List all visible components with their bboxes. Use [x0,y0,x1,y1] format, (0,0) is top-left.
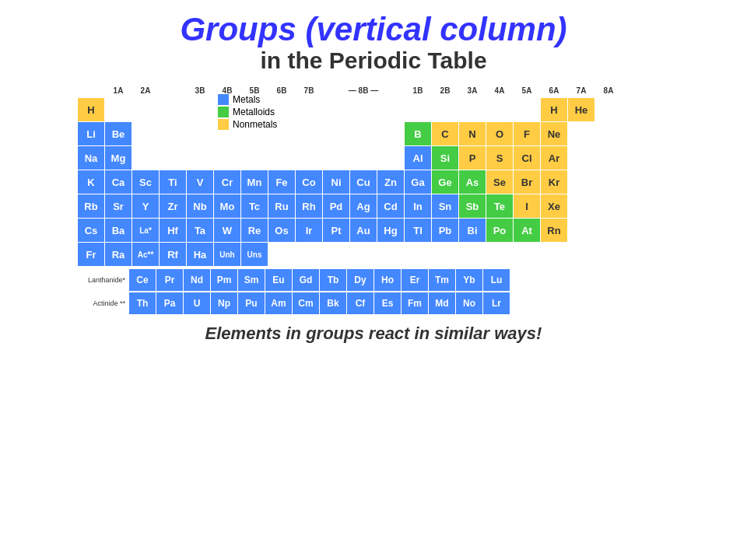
element-cell [132,122,159,145]
element-cell: S [486,146,513,170]
element-cell: Pt [323,219,349,242]
pt-row: FrRaAc**RfHaUnhUns [78,243,669,266]
actinide-element: Np [211,292,237,314]
group-label: 3B [187,84,213,96]
actinide-element: Bk [320,292,346,314]
element-cell [377,146,404,170]
pt-row: RbSrYZrNbMoTcRuRhPdAgCdInSnSbTeIXe [78,194,669,218]
element-cell: Zr [160,194,186,218]
element-cell: Ne [541,122,567,145]
lanthanide-element: Yb [456,269,482,291]
element-cell [268,243,295,266]
element-cell [268,146,295,170]
element-cell [377,122,404,145]
group-label: 4A [486,84,513,96]
pt-row: LiBeBCNOFNe [78,122,669,145]
actinide-element: Pu [238,292,265,314]
lanthanide-element: Pm [211,269,237,291]
element-cell: Y [132,194,159,218]
lanthanide-element: Nd [184,269,210,291]
element-cell [160,146,186,170]
element-cell: Unh [214,243,240,266]
element-cell [350,243,377,266]
pt-row: KCaScTiVCrMnFeCoNiCuZnGaGeAsSeBrKr [78,170,669,194]
element-cell: Hf [160,219,186,242]
actinide-element: Md [429,292,455,314]
actinide-element: Es [374,292,401,314]
element-cell: Sr [105,194,132,218]
group-label [160,84,186,96]
group-label: 5A [514,84,540,96]
element-cell: Ar [541,146,567,170]
group-label: 2A [132,84,159,96]
element-cell: Ga [405,170,431,194]
element-cell: He [568,98,594,121]
page: Groups (vertical column) in the Periodic… [0,0,747,560]
element-cell [296,243,322,266]
element-cell [486,243,513,266]
element-cell: Hg [377,219,404,242]
element-cell: Li [78,122,104,145]
element-cell [268,122,295,145]
element-cell: Ca [105,170,132,194]
element-cell [514,243,540,266]
element-cell [323,122,349,145]
pt-row: CsBaLa*HfTaWReOsIrPtAuHgTlPbBiPoAtRn [78,219,669,242]
lanthanide-element: Sm [238,269,265,291]
title-sub: in the Periodic Table [260,47,486,74]
group-label: 1A [105,84,132,96]
group-label: 1B [405,84,431,96]
element-cell: Rh [296,194,322,218]
element-cell [432,98,458,121]
actinide-element: Cm [293,292,319,314]
element-cell: Fr [78,243,104,266]
lanthanide-element: Eu [265,269,292,291]
actinide-element: No [456,292,482,314]
element-cell: Mo [214,194,240,218]
element-cell: H [541,98,567,121]
lanthanide-element: Ce [129,269,156,291]
element-cell: W [214,219,240,242]
element-cell: Zn [377,170,404,194]
element-cell: Uns [241,243,268,266]
actinide-element: Fm [402,292,428,314]
lanthanide-element: Pr [156,269,183,291]
periodic-table: 1A2A3B4B5B6B7B— 8B —1B2B3A4A5A6A7A8A HHH… [78,84,669,266]
lanthanide-element: Ho [374,269,401,291]
element-cell: B [405,122,431,145]
element-cell: Sc [132,170,159,194]
actinide-label: Actinide ** [78,299,128,307]
element-cell: Os [268,219,295,242]
element-cell: Co [296,170,322,194]
element-cell: Sn [432,194,458,218]
element-cell [296,122,322,145]
element-cell: Al [405,146,431,170]
actinide-element: Cf [347,292,374,314]
actinide-element: Lr [483,292,510,314]
element-cell: Be [105,122,132,145]
element-cell [214,98,240,121]
element-cell: Cu [350,170,377,194]
element-cell: Tc [241,194,268,218]
lanthanide-element: Tb [320,269,346,291]
group-label: 7B [296,84,322,96]
actinide-element: Am [265,292,292,314]
element-cell: Cd [377,194,404,218]
element-cell [432,243,458,266]
element-cell [187,146,213,170]
element-cell: Ir [296,219,322,242]
element-cell: Nb [187,194,213,218]
group-label: 2B [432,84,458,96]
group-header-row: 1A2A3B4B5B6B7B— 8B —1B2B3A4A5A6A7A8A [78,84,669,96]
element-cell: Ti [160,170,186,194]
element-cell [514,98,540,121]
element-cell: At [514,219,540,242]
group-label: 7A [568,84,594,96]
element-cell [405,243,431,266]
actinide-element: Pa [156,292,183,314]
element-cell [160,122,186,145]
element-cell [241,122,268,145]
element-cell: Fe [268,170,295,194]
lanthanide-element: Tm [429,269,455,291]
actinide-element: Th [129,292,156,314]
